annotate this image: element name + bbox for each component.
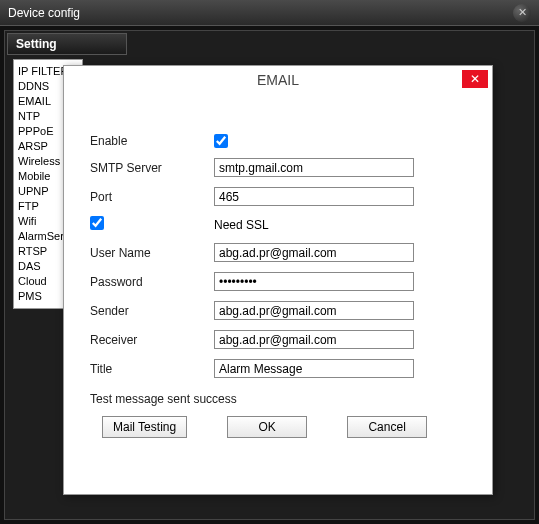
receiver-input[interactable] [214, 330, 414, 349]
email-form: Enable SMTP Server Port Need SSL [64, 94, 492, 438]
smtp-label: SMTP Server [90, 161, 214, 175]
receiver-label: Receiver [90, 333, 214, 347]
close-icon: ✕ [470, 72, 480, 86]
device-config-window: Device config ✕ Setting IP FILTER DDNS E… [0, 0, 539, 524]
dialog-title: EMAIL [257, 72, 299, 88]
settings-header: Setting [7, 33, 127, 55]
ok-button[interactable]: OK [227, 416, 307, 438]
sender-label: Sender [90, 304, 214, 318]
email-dialog: EMAIL ✕ Enable SMTP Server Port [63, 65, 493, 495]
enable-checkbox[interactable] [214, 134, 228, 148]
password-input[interactable] [214, 272, 414, 291]
window-body: Setting IP FILTER DDNS EMAIL NTP PPPoE A… [4, 30, 535, 520]
mail-testing-button[interactable]: Mail Testing [102, 416, 187, 438]
settings-header-label: Setting [16, 37, 57, 51]
enable-label: Enable [90, 134, 214, 148]
title-label: Title [90, 362, 214, 376]
status-message: Test message sent success [90, 388, 472, 416]
cancel-button[interactable]: Cancel [347, 416, 427, 438]
dialog-buttons: Mail Testing OK Cancel [90, 416, 472, 438]
password-label: Password [90, 275, 214, 289]
dialog-header: EMAIL ✕ [64, 66, 492, 94]
sender-input[interactable] [214, 301, 414, 320]
port-input[interactable] [214, 187, 414, 206]
username-label: User Name [90, 246, 214, 260]
port-label: Port [90, 190, 214, 204]
title-input[interactable] [214, 359, 414, 378]
ssl-label: Need SSL [214, 218, 269, 232]
username-input[interactable] [214, 243, 414, 262]
window-titlebar: Device config ✕ [0, 0, 539, 26]
smtp-input[interactable] [214, 158, 414, 177]
close-icon: ✕ [518, 6, 527, 19]
window-close-button[interactable]: ✕ [513, 4, 531, 22]
ssl-checkbox-wrap [90, 216, 214, 233]
ssl-checkbox[interactable] [90, 216, 104, 230]
window-title: Device config [8, 6, 80, 20]
dialog-close-button[interactable]: ✕ [462, 70, 488, 88]
